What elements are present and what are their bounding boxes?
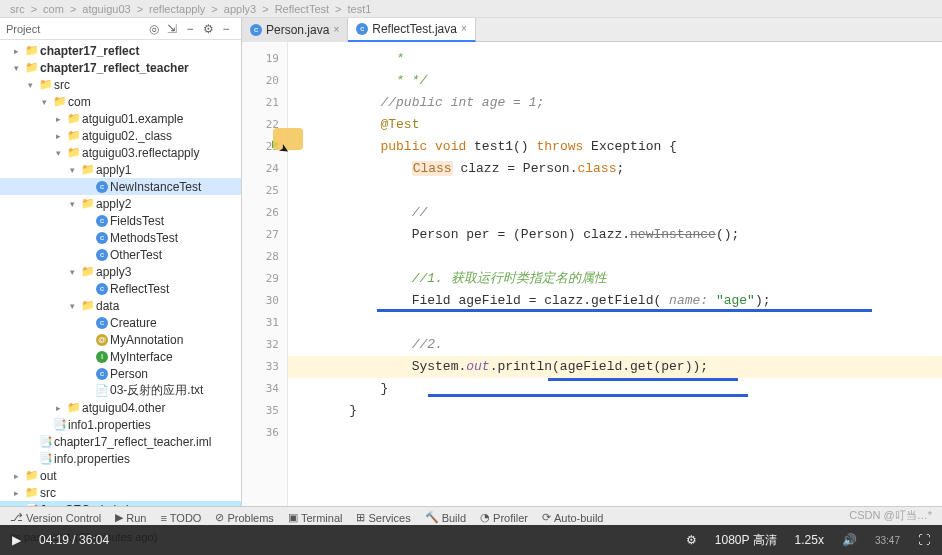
tree-infop[interactable]: 📑info.properties: [0, 450, 241, 467]
tree-chapter17-teacher[interactable]: ▾📁chapter17_reflect_teacher: [0, 59, 241, 76]
tree-person[interactable]: cPerson: [0, 365, 241, 382]
sidebar-header: Project ◎ ⇲ − ⚙ −: [0, 18, 241, 40]
target-icon[interactable]: ◎: [145, 20, 163, 38]
editor-tabs: cPerson.java× cReflectTest.java×: [242, 18, 942, 42]
tree-apply2[interactable]: ▾📁apply2: [0, 195, 241, 212]
annotation-line-2b: [428, 394, 748, 397]
tree-pkg2[interactable]: ▸📁atguigu02._class: [0, 127, 241, 144]
tree-creature[interactable]: cCreature: [0, 314, 241, 331]
editor-pane: cPerson.java× cReflectTest.java× 1920 21…: [242, 18, 942, 506]
tree-com[interactable]: ▾📁com: [0, 93, 241, 110]
watermark: CSDN @叮当…*: [849, 508, 932, 523]
video-speed[interactable]: 1.25x: [795, 533, 824, 547]
tree-chapter17-reflect[interactable]: ▸📁chapter17_reflect: [0, 42, 241, 59]
video-player-bar[interactable]: ▶ 04:19 / 36:04 ⚙ 1080P 高清 1.25x 🔊 33:47…: [0, 525, 942, 555]
settings-icon[interactable]: ⚙: [686, 533, 697, 547]
code-editor[interactable]: * * */ //public int age = 1; @Test publi…: [288, 42, 942, 506]
tree-txt[interactable]: 📄03-反射的应用.txt: [0, 382, 241, 399]
video-resolution[interactable]: 1080P 高清: [715, 532, 777, 549]
collapse-icon[interactable]: −: [181, 20, 199, 38]
tree-src[interactable]: ▾📁src: [0, 76, 241, 93]
close-icon[interactable]: ×: [333, 24, 339, 35]
fullscreen-icon[interactable]: ⛶: [918, 533, 930, 547]
tree-data[interactable]: ▾📁data: [0, 297, 241, 314]
cursor-highlight: [273, 128, 303, 150]
tree-out[interactable]: ▸📁out: [0, 467, 241, 484]
tree-iml[interactable]: 📑chapter17_reflect_teacher.iml: [0, 433, 241, 450]
annotation-line-2a: [548, 378, 738, 381]
video-end-time: 33:47: [875, 535, 900, 546]
tree-pkg1[interactable]: ▸📁atguigu01.example: [0, 110, 241, 127]
terminal-tab[interactable]: ▣ Terminal: [288, 511, 343, 524]
video-time: 04:19 / 36:04: [39, 533, 109, 547]
run-tab[interactable]: ▶ Run: [115, 511, 146, 524]
problems-tab[interactable]: ⊘ Problems: [215, 511, 273, 524]
line-gutter: 1920 2122 2324 2526 2728 2930 3132 3334 …: [242, 42, 288, 506]
tree-myinterface[interactable]: IMyInterface: [0, 348, 241, 365]
volume-icon[interactable]: 🔊: [842, 533, 857, 547]
gear-icon[interactable]: ⚙: [199, 20, 217, 38]
tree-pkg4[interactable]: ▸📁atguigu04.other: [0, 399, 241, 416]
sidebar-title: Project: [6, 23, 145, 35]
tree-methodstest[interactable]: cMethodsTest: [0, 229, 241, 246]
services-tab[interactable]: ⊞ Services: [356, 511, 410, 524]
tree-fieldstest[interactable]: cFieldsTest: [0, 212, 241, 229]
tree-myannotation[interactable]: @MyAnnotation: [0, 331, 241, 348]
tree-othertest[interactable]: cOtherTest: [0, 246, 241, 263]
profiler-tab[interactable]: ◔ Profiler: [480, 511, 528, 524]
autobuild-tab[interactable]: ⟳ Auto-build: [542, 511, 604, 524]
tree-info1[interactable]: 📑info1.properties: [0, 416, 241, 433]
tree-pkg3[interactable]: ▾📁atguigu03.reflectapply: [0, 144, 241, 161]
tab-person[interactable]: cPerson.java×: [242, 18, 348, 42]
version-control-tab[interactable]: ⎇ Version Control: [10, 511, 101, 524]
build-tab[interactable]: 🔨 Build: [425, 511, 466, 524]
breadcrumb: src > com > atguigu03 > reflectapply > a…: [0, 0, 942, 18]
close-icon[interactable]: ×: [461, 23, 467, 34]
todo-tab[interactable]: ≡ TODO: [160, 512, 201, 524]
project-tree: ▸📁chapter17_reflect ▾📁chapter17_reflect_…: [0, 40, 241, 506]
tree-reflecttest[interactable]: cReflectTest: [0, 280, 241, 297]
expand-icon[interactable]: ⇲: [163, 20, 181, 38]
tab-reflecttest[interactable]: cReflectTest.java×: [348, 18, 476, 42]
tree-jse-iml[interactable]: 📑JavaSECode.iml: [0, 501, 241, 506]
project-sidebar: Project ◎ ⇲ − ⚙ − ▸📁chapter17_reflect ▾📁…: [0, 18, 242, 506]
tree-apply1[interactable]: ▾📁apply1: [0, 161, 241, 178]
tree-apply3[interactable]: ▾📁apply3: [0, 263, 241, 280]
tree-newinstancetest[interactable]: cNewInstanceTest: [0, 178, 241, 195]
play-icon[interactable]: ▶: [12, 533, 21, 547]
tree-src2[interactable]: ▸📁src: [0, 484, 241, 501]
annotation-line-1: [377, 309, 872, 312]
hide-icon[interactable]: −: [217, 20, 235, 38]
